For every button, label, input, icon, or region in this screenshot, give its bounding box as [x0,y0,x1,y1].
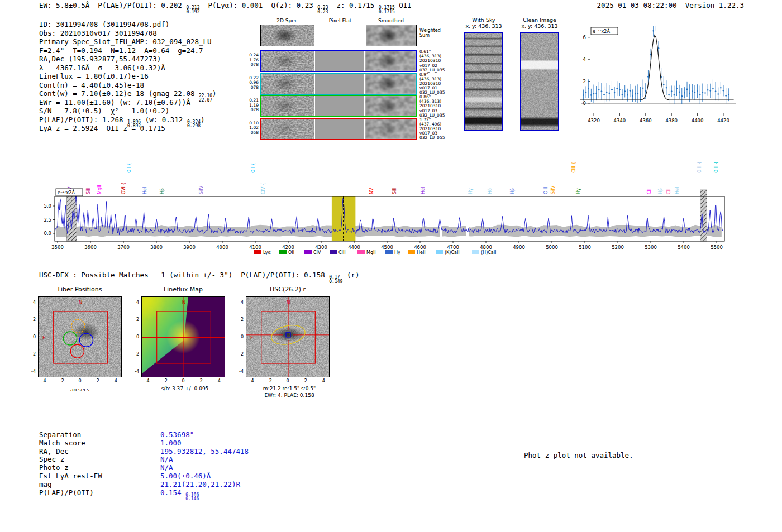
data-point [624,90,626,92]
x-tick-label: 5200 [612,245,624,250]
data-point [684,92,685,94]
line-marker: CIII [666,187,671,194]
line-marker: Hβ [510,188,515,194]
table-label: mag [39,481,160,489]
text-segment: P(LAE)/P(OII): 1.268 [39,116,127,124]
x-tick-label: 4380 [665,118,678,123]
table-row: Match score1.000 [39,439,249,448]
x-tick-label: 4000 [216,245,228,250]
fiber-positions-plot: NE [38,296,122,377]
table-label: P(LAE)/P(OII) [39,489,160,497]
line-marker: OIII { [714,161,719,173]
data-point [590,94,592,96]
data-point [663,84,665,85]
x-tick-label: 2 [92,378,103,384]
emission-blob [272,98,298,114]
line-marker: MgII [97,185,102,194]
data-point [655,25,657,26]
legend-label: CIII [338,250,346,255]
photz-note: Phot z plot not available. [524,451,633,459]
data-point [728,94,729,95]
strip-smooth [365,96,416,116]
line-marker: CII [647,189,652,194]
text-segment: 21.21(21.20,21.22)R [160,480,240,488]
table-row: mag21.21(21.20,21.22)R [39,481,249,489]
line-marker: SiIV [199,185,204,194]
text-segment: Cont(n) = 4.40(±0.45)e-18 [39,81,144,89]
info-block: ID: 3011994708 (3011994708.pdf)Obs: 2021… [39,20,217,133]
strip-flat [314,96,365,116]
clean-title: Clean Image x, y: 436, 313 [514,17,565,29]
legend-label: (H)CaII [481,250,496,255]
text-segment: 5.00(±0.46)Å [160,472,211,480]
masked-region [67,190,77,241]
line-marker: HeII [142,185,147,194]
emission-blob [271,27,298,44]
data-point [598,89,600,91]
line-marker: OIII [543,187,549,194]
data-point [642,88,644,89]
table-row: Est LyA rest-EW5.00(±0.46)Å [39,472,249,481]
info-line: Primary Spec_Slot_IFU_AMP: 032_094_028_L… [39,37,217,46]
fiber-2d-row [260,50,417,72]
fiber-circle-gray [75,368,88,377]
line-marker: SiII [86,188,91,194]
x-tick-label: 4 [318,378,329,384]
data-point [707,89,709,91]
y-tick-label: 2 [583,79,586,84]
x-tick-label: -2 [264,378,275,384]
fiber-circle-gray [56,322,70,335]
fiber-2d-row [260,118,417,140]
data-point [689,93,690,94]
y-tick-label: -4 [128,369,139,374]
table-value: 0.53698" [160,430,194,439]
table-row: Spec zN/A [39,456,249,464]
strip-flat [314,51,365,71]
x-tick-label: -2 [56,378,68,384]
x-tick-label: 3800 [150,245,163,250]
data-point [712,88,714,90]
text-segment: OII [395,1,412,9]
legend-swatch [330,250,337,254]
line-marker: CIV { [261,183,266,194]
table-value: 5.00(±0.46)Å [160,472,211,480]
text-segment: ID: 3011994708 (3011994708.pdf) [39,20,169,28]
data-point [699,94,701,96]
data-point [640,94,641,95]
fiber-positions-cutout: Fiber Positions NE arcsecs -4-4-2-200224… [22,286,141,400]
sky-panels: With Sky x, y: 436, 313 Clean Image x, y… [458,16,570,136]
x-tick-label: 5100 [579,245,591,250]
emission-blob [272,53,298,69]
legend-swatch [472,250,479,254]
x-tick-label: 4900 [513,245,525,250]
hsc-caption-2: EWr: 4. PLAE: 0.158 [230,392,349,398]
line-marker: Hβ [658,188,663,194]
data-point [593,93,595,95]
strip-smooth [365,74,416,94]
text-segment: 0.154 [160,488,185,497]
data-point [632,95,633,97]
text-segment: Cont(w) = 7.10(±0.12)e-18 (gmag 22.08 [39,89,199,98]
text-segment: (r) [342,271,359,279]
data-point [630,90,631,92]
x-tick-label: -4 [246,378,258,384]
info-line: Obs: 20210310v017_3011994708 [39,29,217,38]
stacked-uncertainty: 0.1660.146 [185,493,199,501]
data-point [585,92,587,93]
text-segment: N/A [160,463,173,472]
text-segment: EWr = 11.00(±1.60) (w: 7.10(±0.67))Å [39,98,190,107]
legend-label: Lyα [263,250,271,255]
text-segment: RA,Dec (195.932877,55.447273) [39,55,161,63]
table-row: Photo zN/A [39,464,249,472]
emission-blob [375,98,400,114]
line-marker: Hγ [576,188,581,194]
data-point [645,90,647,92]
line-marker: Hβ [160,188,165,194]
x-tick-label: -4 [142,378,153,384]
text-segment: 1.000 [160,439,182,447]
fiber-circle [79,333,93,347]
withsky-coords: x, y: 436, 313 [458,23,509,29]
hsc-title: HSC(26.2) r [246,286,330,293]
y-tick-label: -2 [128,352,139,357]
sky-bands [521,33,558,130]
